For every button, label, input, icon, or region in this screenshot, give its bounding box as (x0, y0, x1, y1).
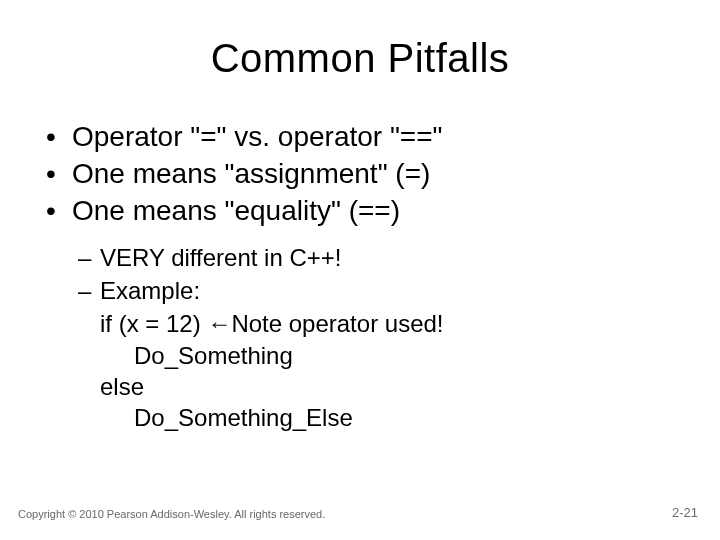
code-text: if (x = 12) (100, 310, 207, 337)
code-example: if (x = 12) ←Note operator used! Do_Some… (100, 308, 680, 433)
bullet-list: Operator "=" vs. operator "==" One means… (46, 119, 680, 228)
bullet-item: One means "equality" (==) (46, 193, 680, 228)
sub-bullet-list: VERY different in C++! Example: (78, 242, 680, 306)
sub-bullet-item: VERY different in C++! (78, 242, 680, 273)
sub-bullet-item: Example: (78, 275, 680, 306)
arrow-left-icon: ← (207, 310, 231, 337)
code-line: if (x = 12) ←Note operator used! (100, 308, 680, 339)
copyright-text: Copyright © 2010 Pearson Addison-Wesley.… (18, 508, 325, 520)
slide: Common Pitfalls Operator "=" vs. operato… (0, 0, 720, 540)
page-number: 2-21 (672, 505, 698, 520)
code-line: Do_Something (100, 340, 680, 371)
code-text: Note operator used! (231, 310, 443, 337)
slide-title: Common Pitfalls (40, 36, 680, 81)
bullet-item: Operator "=" vs. operator "==" (46, 119, 680, 154)
code-line: else (100, 371, 680, 402)
bullet-item: One means "assignment" (=) (46, 156, 680, 191)
code-line: Do_Something_Else (100, 402, 680, 433)
